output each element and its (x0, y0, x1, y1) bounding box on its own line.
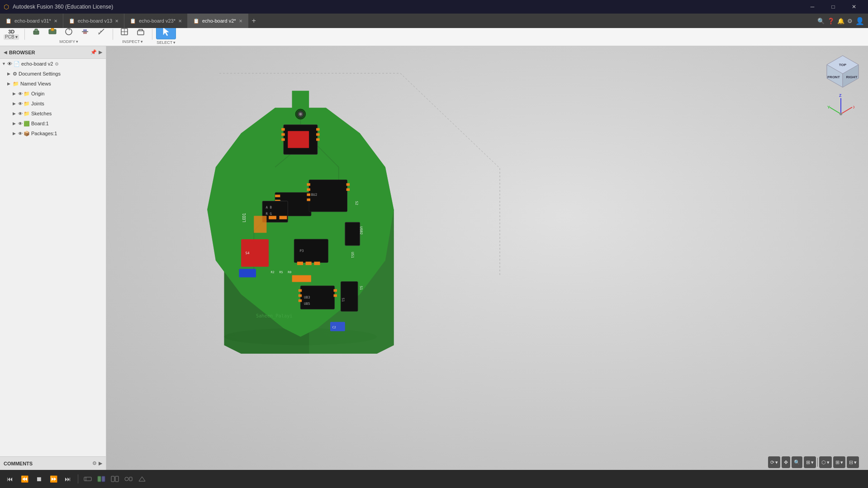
view-orbit-button[interactable]: ⟳ ▾ (768, 456, 780, 468)
joints-visibility-icon[interactable]: 👁 (18, 101, 23, 106)
svg-rect-59 (306, 262, 312, 265)
main-toolbar: 3D PCB ▾ (0, 28, 868, 46)
expand-icon: ▶ (13, 101, 18, 106)
tab-help-icon[interactable]: ❓ (827, 18, 835, 24)
tab-label: echo-board v31* (14, 18, 51, 24)
tree-item-named-views[interactable]: ▶ 📁 Named Views (0, 79, 106, 89)
root-type-icon: 📄 (14, 61, 20, 67)
comments-collapse-icon[interactable]: ▶ (99, 460, 102, 466)
timeline-icon2-button[interactable] (95, 473, 107, 485)
playback-end-button[interactable]: ⏭ (62, 473, 74, 485)
tree-item-joints[interactable]: ▶ 👁 📁 Joints (0, 99, 106, 109)
tab-close-v13[interactable]: ✕ (115, 19, 119, 24)
playback-start-button[interactable]: ⏮ (4, 473, 16, 485)
close-button[interactable]: ✕ (844, 0, 864, 14)
tab-close-v31[interactable]: ✕ (54, 19, 57, 24)
cam-dropdown[interactable]: ▾ (854, 460, 857, 465)
svg-line-86 (841, 107, 852, 114)
svg-rect-22 (281, 133, 285, 136)
tab-close-v2[interactable]: ✕ (239, 19, 242, 24)
svg-rect-40 (280, 216, 287, 219)
toolbar-vsep (817, 458, 818, 467)
tree-item-packages1[interactable]: ▶ 👁 📦 Packages:1 (0, 128, 106, 138)
playback-next-button[interactable]: ⏩ (47, 473, 60, 485)
minimize-button[interactable]: ─ (802, 0, 823, 14)
sidebar-collapse-icon[interactable]: ◀ (4, 50, 7, 55)
view-zoom-button[interactable]: 🔍 (792, 456, 802, 468)
expand-icon: ▼ (2, 62, 7, 66)
playback-prev-button[interactable]: ⏪ (18, 473, 31, 485)
sketches-visibility-icon[interactable]: 👁 (18, 111, 23, 116)
svg-text:R0: R0 (288, 270, 291, 274)
doc-settings-label: Document Settings (19, 71, 61, 76)
svg-text:R2: R2 (271, 270, 275, 274)
comments-settings-icon[interactable]: ⚙ (92, 460, 97, 466)
tree-item-board1[interactable]: ▶ 👁 🟩 Board:1 (0, 118, 106, 128)
svg-text:X: X (853, 105, 854, 109)
add-tab-button[interactable]: + (248, 14, 260, 28)
tree-item-origin[interactable]: ▶ 👁 📁 Origin (0, 89, 106, 99)
toolbar-separator-2 (113, 29, 113, 40)
view-cam-button[interactable]: ⊟ ▾ (847, 456, 859, 468)
tab-echo-board-v23[interactable]: 📋 echo-board v23* ✕ (124, 14, 188, 28)
svg-rect-73 (341, 282, 358, 312)
view-controls-toolbar: ⟳ ▾ ✥ 🔍 ⊞ ▾ ⬡ ▾ ⊞ ▾ ⊟ ▾ (768, 456, 859, 468)
view-grid-button[interactable]: ⊞ ▾ (833, 456, 845, 468)
tab-echo-board-v13[interactable]: 📋 echo-board v13 ✕ (63, 14, 124, 28)
timeline-icon3-button[interactable] (109, 473, 121, 485)
tree-item-sketches[interactable]: ▶ 👁 📁 Sketches (0, 109, 106, 118)
svg-text:BU2: BU2 (311, 193, 318, 197)
named-views-folder-icon: 📁 (13, 81, 19, 87)
select-dropdown-icon[interactable]: ▾ (173, 40, 175, 45)
fit-dropdown[interactable]: ▾ (811, 460, 814, 465)
orbit-dropdown[interactable]: ▾ (775, 460, 778, 465)
timeline-icon5-button[interactable] (136, 473, 148, 485)
toolbar-separator-1 (24, 29, 25, 40)
navigation-cube[interactable]: TOP FRONT RIGHT (825, 53, 861, 90)
grid-dropdown[interactable]: ▾ (840, 460, 843, 465)
svg-text:Z: Z (839, 93, 842, 98)
svg-rect-58 (297, 262, 303, 265)
view-fit-button[interactable]: ⊞ ▾ (804, 456, 816, 468)
svg-text:S2: S2 (355, 201, 359, 205)
root-visibility-icon[interactable]: 👁 (7, 61, 12, 66)
view-pan-button[interactable]: ✥ (782, 456, 790, 468)
modify-dropdown-icon[interactable]: ▾ (76, 39, 78, 44)
svg-text:A  B: A B (266, 205, 272, 209)
playback-stop-button[interactable]: ⏹ (33, 473, 45, 485)
tab-search-icon[interactable]: 🔍 (817, 18, 825, 24)
packages1-visibility-icon[interactable]: 👁 (18, 131, 23, 136)
display-dropdown[interactable]: ▾ (827, 460, 830, 465)
sidebar: ◀ BROWSER 📌 ▶ ▼ 👁 📄 echo-board v2 ⚙ ▶ ⚙ … (0, 46, 106, 470)
comments-label: COMMENTS (4, 461, 92, 466)
root-settings-icon[interactable]: ⚙ (55, 62, 59, 66)
svg-rect-96 (102, 476, 105, 482)
sidebar-arrow-icon[interactable]: ▶ (99, 49, 102, 55)
maximize-button[interactable]: □ (823, 0, 844, 14)
axis-indicator: X Y Z (827, 91, 854, 118)
svg-text:P3: P3 (300, 249, 304, 253)
tab-echo-board-v2-active[interactable]: 📋 echo-board v2* ✕ (188, 14, 248, 28)
tree-root-item[interactable]: ▼ 👁 📄 echo-board v2 ⚙ (0, 59, 106, 69)
tree-item-doc-settings[interactable]: ▶ ⚙ Document Settings (0, 69, 106, 79)
mode-3dpcb-button[interactable]: 3D PCB ▾ (4, 29, 19, 40)
tab-settings-icon[interactable]: ⚙ (847, 18, 853, 24)
sidebar-pin-icon[interactable]: 📌 (90, 49, 97, 55)
origin-visibility-icon[interactable]: 👁 (18, 91, 23, 96)
svg-rect-46 (307, 199, 310, 201)
tab-close-v23[interactable]: ✕ (178, 19, 182, 24)
canvas-background[interactable]: U4 S2 R6 LED1 A B R G (106, 46, 868, 470)
tab-echo-board-v31[interactable]: 📋 echo-board v31* ✕ (0, 14, 63, 28)
packages1-icon: 📦 (24, 131, 30, 137)
origin-label: Origin (31, 91, 44, 96)
user-avatar[interactable]: 👤 (855, 17, 864, 25)
view-display-button[interactable]: ⬡ ▾ (819, 456, 832, 468)
board1-visibility-icon[interactable]: 👁 (18, 121, 23, 126)
packages1-label: Packages:1 (31, 131, 57, 136)
inspect-dropdown-icon[interactable]: ▾ (141, 39, 143, 44)
svg-rect-95 (98, 476, 101, 482)
canvas-area: U4 S2 R6 LED1 A B R G (106, 46, 868, 470)
timeline-icon1-button[interactable] (82, 473, 94, 485)
tab-notify-icon[interactable]: 🔔 (837, 18, 844, 24)
timeline-icon4-button[interactable] (123, 473, 134, 485)
